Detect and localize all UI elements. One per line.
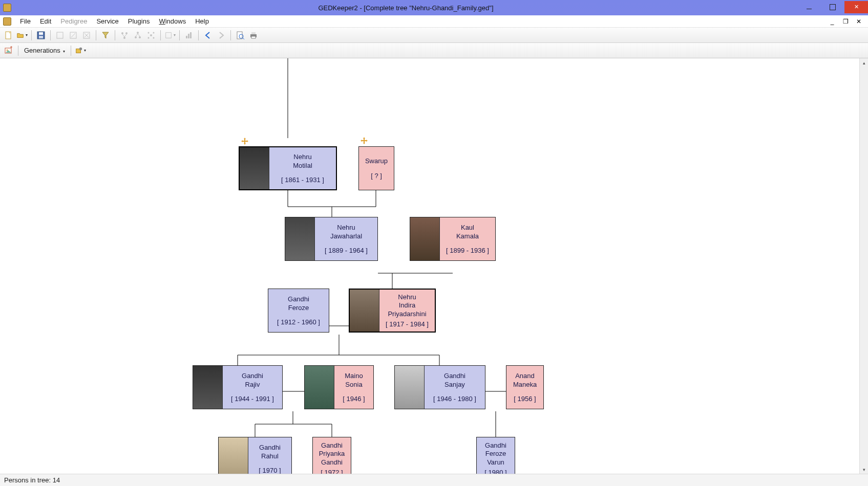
- maximize-button[interactable]: [821, 1, 844, 13]
- tree-ancestors-button[interactable]: [119, 30, 130, 41]
- portrait-icon: [410, 217, 440, 260]
- person-name: Sanjay: [444, 381, 465, 388]
- generations-dropdown[interactable]: Generations ▾: [22, 47, 67, 54]
- mdi-close-button[interactable]: ✕: [855, 17, 863, 26]
- app-icon: [3, 4, 11, 12]
- tree-both-button[interactable]: [145, 30, 157, 41]
- portrait-icon: [285, 217, 315, 260]
- person-dates: [ 1889 - 1964 ]: [325, 247, 368, 254]
- record-delete-button[interactable]: [81, 30, 92, 41]
- person-name: Feroze: [288, 304, 309, 312]
- person-card-motilal[interactable]: NehruMotilal [ 1861 - 1931 ]: [239, 146, 337, 190]
- scroll-down-icon[interactable]: ▾: [860, 465, 868, 474]
- person-surname: Nehru: [293, 153, 311, 161]
- person-card-sanjay[interactable]: GandhiSanjay [ 1946 - 1980 ]: [394, 365, 485, 409]
- svg-point-12: [139, 36, 141, 38]
- portrait-icon: [395, 366, 425, 409]
- svg-rect-25: [251, 32, 256, 34]
- person-name2: Gandhi: [321, 458, 343, 466]
- person-dates: [ 1980 ]: [484, 469, 506, 474]
- menubar: File Edit Pedigree Service Plugins Windo…: [0, 15, 868, 28]
- close-button[interactable]: [844, 1, 868, 13]
- person-name: Swarup: [365, 157, 388, 165]
- record-add-button[interactable]: [54, 30, 66, 41]
- person-card-sonia[interactable]: MainoSonia [ 1946 ]: [304, 365, 374, 409]
- options-button[interactable]: ▾: [75, 45, 86, 56]
- person-name: Motilal: [293, 162, 312, 169]
- person-card-priyanka[interactable]: GandhiPriyankaGandhi [ 1972 ]: [312, 437, 351, 474]
- person-dates: [ 1861 - 1931 ]: [281, 176, 324, 184]
- menu-edit[interactable]: Edit: [35, 16, 56, 27]
- person-name: Maneka: [513, 381, 537, 388]
- menu-help[interactable]: Help: [190, 16, 214, 27]
- open-file-button[interactable]: ▾: [16, 30, 28, 41]
- person-surname: Gandhi: [444, 372, 465, 380]
- portrait-icon: [350, 290, 379, 332]
- portrait-icon: [219, 437, 248, 474]
- person-name: Feroze: [485, 450, 506, 457]
- person-card-maneka[interactable]: AnandManeka [ 1956 ]: [506, 365, 544, 409]
- svg-point-8: [121, 32, 123, 34]
- person-card-indira[interactable]: NehruIndiraPriyadarshini [ 1917 - 1984 ]: [349, 289, 436, 333]
- menu-file[interactable]: File: [15, 16, 35, 27]
- person-surname: Gandhi: [288, 295, 309, 303]
- svg-rect-2: [39, 32, 43, 35]
- person-surname: Gandhi: [485, 441, 506, 449]
- connector-lines: [0, 58, 868, 474]
- person-dates: [ 1946 - 1980 ]: [433, 395, 476, 403]
- person-card-varun[interactable]: GandhiFerozeVarun [ 1980 ]: [476, 437, 515, 474]
- print-button[interactable]: [248, 30, 259, 41]
- person-dates: [ 1899 - 1936 ]: [446, 247, 489, 254]
- person-name2: Varun: [487, 458, 504, 466]
- portrait-icon: [193, 366, 223, 409]
- preview-button[interactable]: [235, 30, 246, 41]
- pedigree-button[interactable]: ▾: [164, 30, 176, 41]
- tree-descendants-button[interactable]: [132, 30, 143, 41]
- person-dates: [ 1917 - 1984 ]: [386, 320, 429, 328]
- person-name2: Priyadarshini: [388, 310, 426, 318]
- svg-rect-4: [57, 32, 63, 38]
- person-card-kamala[interactable]: KaulKamala [ 1899 - 1936 ]: [410, 217, 496, 261]
- svg-point-7: [123, 37, 125, 39]
- person-card-swarup[interactable]: Swarup [ ? ]: [358, 146, 394, 190]
- mdi-minimize-button[interactable]: _: [828, 17, 836, 26]
- record-edit-button[interactable]: [68, 30, 79, 41]
- new-file-button[interactable]: [3, 30, 14, 41]
- portrait-icon: [240, 147, 269, 189]
- person-surname: Kaul: [461, 224, 474, 231]
- svg-point-13: [150, 34, 152, 36]
- menu-pedigree[interactable]: Pedigree: [56, 16, 92, 27]
- stats-button[interactable]: [183, 30, 195, 41]
- person-name: Jawaharlal: [330, 232, 362, 240]
- portrait-icon: [305, 366, 334, 409]
- menu-service[interactable]: Service: [92, 16, 123, 27]
- image-save-button[interactable]: [3, 45, 14, 56]
- person-dates: [ 1956 ]: [514, 395, 536, 403]
- tree-toolbar: Generations ▾ ▾: [0, 43, 868, 58]
- person-card-rajiv[interactable]: GandhiRajiv [ 1944 - 1991 ]: [193, 365, 283, 409]
- person-card-jawaharlal[interactable]: NehruJawaharlal [ 1889 - 1964 ]: [285, 217, 378, 261]
- move-handle-icon[interactable]: [241, 137, 249, 145]
- tree-canvas[interactable]: NehruMotilal [ 1861 - 1931 ] Swarup [ ? …: [0, 58, 868, 474]
- scroll-up-icon[interactable]: ▴: [860, 58, 868, 67]
- nav-back-button[interactable]: [202, 30, 214, 41]
- svg-rect-3: [39, 36, 43, 38]
- svg-point-30: [79, 47, 82, 50]
- move-handle-icon[interactable]: [360, 137, 368, 145]
- menu-windows[interactable]: Windows: [154, 16, 190, 27]
- person-card-rahul[interactable]: GandhiRahul [ 1970 ]: [218, 437, 292, 474]
- window-title: GEDKeeper2 - [Complete tree "Nehru-Ghand…: [14, 4, 797, 12]
- vertical-scrollbar[interactable]: ▴ ▾: [859, 58, 868, 474]
- filter-button[interactable]: [100, 30, 111, 41]
- svg-point-14: [148, 32, 150, 33]
- person-name: Kamala: [456, 232, 479, 240]
- mdi-restore-button[interactable]: ❐: [841, 17, 850, 26]
- person-surname: Anand: [515, 372, 535, 380]
- menu-plugins[interactable]: Plugins: [123, 16, 155, 27]
- titlebar: GEDKeeper2 - [Complete tree "Nehru-Ghand…: [0, 0, 868, 15]
- minimize-button[interactable]: [797, 1, 821, 13]
- person-card-feroze[interactable]: GandhiFeroze [ 1912 - 1960 ]: [268, 289, 329, 333]
- save-button[interactable]: [35, 30, 47, 41]
- nav-forward-button[interactable]: [216, 30, 227, 41]
- svg-rect-21: [190, 32, 192, 38]
